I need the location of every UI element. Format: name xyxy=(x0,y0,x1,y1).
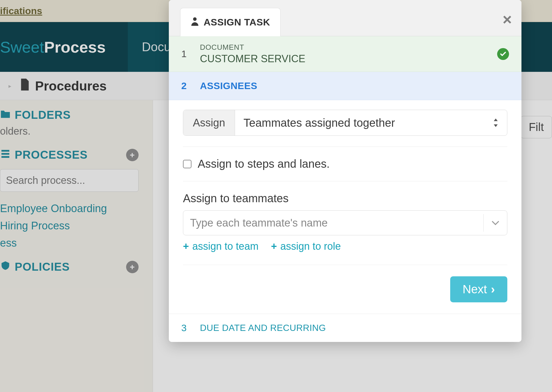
brand-part2: Process xyxy=(44,38,106,56)
sort-updown-icon xyxy=(492,119,499,127)
step-number: 2 xyxy=(181,80,190,91)
plus-icon: + xyxy=(130,150,135,160)
process-search-input[interactable] xyxy=(0,169,139,192)
chevron-right-icon: ▸ xyxy=(8,83,11,89)
sidebar-item-employee-onboarding[interactable]: Employee Onboarding xyxy=(0,203,139,215)
step1-label-large: CUSTOMER SERVICE xyxy=(200,53,488,65)
teammates-multiselect[interactable]: Type each teammate's name xyxy=(183,210,507,235)
policy-icon xyxy=(0,260,11,273)
brand-part1: Sweet xyxy=(0,38,44,56)
add-process-button[interactable]: + xyxy=(126,149,139,161)
assign-task-modal: ASSIGN TASK × 1 DOCUMENT CUSTOMER SERVIC… xyxy=(169,0,521,342)
plus-icon: + xyxy=(183,240,189,252)
sidebar-policies-label: POLICIES xyxy=(15,260,70,273)
checkbox-icon xyxy=(183,160,191,168)
teammates-field-label: Assign to teammates xyxy=(183,192,507,205)
modal-header: ASSIGN TASK × xyxy=(169,0,521,36)
assign-steps-lanes-checkbox[interactable]: Assign to steps and lanes. xyxy=(183,158,507,170)
step2-title: ASSIGNEES xyxy=(200,80,257,91)
brand-logo[interactable]: SweetProcess xyxy=(0,38,114,56)
close-icon: × xyxy=(503,10,512,28)
sidebar-item-hiring-process[interactable]: Hiring Process xyxy=(0,220,139,232)
step-number: 3 xyxy=(181,322,190,333)
step2-panel: Assign Teammates assigned together Assig… xyxy=(169,100,521,314)
sidebar-processes-heading[interactable]: PROCESSES + xyxy=(0,148,139,161)
step-complete-badge xyxy=(497,48,509,60)
modal-tab-label: ASSIGN TASK xyxy=(204,17,270,28)
next-button[interactable]: Next xyxy=(450,276,507,302)
next-button-label: Next xyxy=(463,283,487,296)
assign-to-role-link[interactable]: + assign to role xyxy=(271,240,341,252)
document-icon xyxy=(20,78,30,94)
assign-mode-value: Teammates assigned together xyxy=(235,110,507,135)
person-icon xyxy=(191,16,199,28)
check-icon xyxy=(500,51,506,57)
process-icon xyxy=(0,148,11,161)
add-policy-button[interactable]: + xyxy=(126,261,139,273)
plus-icon: + xyxy=(130,262,135,272)
step3-title: DUE DATE AND RECURRING xyxy=(200,323,326,333)
wizard-step-assignees[interactable]: 2 ASSIGNEES xyxy=(169,72,521,100)
step1-label-small: DOCUMENT xyxy=(200,43,488,52)
assign-to-team-link[interactable]: + assign to team xyxy=(183,240,258,252)
filter-button[interactable]: Filt xyxy=(521,116,552,138)
chevron-down-icon xyxy=(483,214,507,232)
modal-tab-assign-task[interactable]: ASSIGN TASK xyxy=(180,8,281,36)
step-number: 1 xyxy=(181,48,190,59)
sidebar-policies-heading[interactable]: POLICIES + xyxy=(0,260,139,273)
assign-mode-select[interactable]: Assign Teammates assigned together xyxy=(183,110,507,136)
plus-icon: + xyxy=(271,240,277,252)
sidebar-processes-label: PROCESSES xyxy=(15,148,88,161)
assign-mode-value-text: Teammates assigned together xyxy=(243,117,395,129)
wizard-step-document[interactable]: 1 DOCUMENT CUSTOMER SERVICE xyxy=(169,36,521,72)
sidebar-folders-subtitle: olders. xyxy=(0,125,139,137)
assign-team-label: assign to team xyxy=(192,240,258,252)
checkbox-label: Assign to steps and lanes. xyxy=(198,158,330,170)
assign-role-label: assign to role xyxy=(280,240,341,252)
wizard-step-due-date[interactable]: 3 DUE DATE AND RECURRING xyxy=(169,314,521,342)
divider xyxy=(183,181,507,181)
sidebar-item-truncated[interactable]: ess xyxy=(0,237,139,249)
page-title: Procedures xyxy=(35,78,107,94)
sidebar: FOLDERS olders. PROCESSES + Employee Onb… xyxy=(0,100,147,285)
teammates-placeholder: Type each teammate's name xyxy=(190,217,328,229)
sidebar-folders-heading[interactable]: FOLDERS xyxy=(0,109,139,121)
svg-point-0 xyxy=(193,17,197,21)
folder-icon xyxy=(0,109,11,121)
chevron-right-icon xyxy=(491,283,495,296)
notifications-link[interactable]: ifications xyxy=(0,5,42,16)
assign-mode-label: Assign xyxy=(183,110,235,135)
modal-close-button[interactable]: × xyxy=(503,10,512,29)
divider xyxy=(183,147,507,147)
sidebar-folders-label: FOLDERS xyxy=(15,109,71,121)
